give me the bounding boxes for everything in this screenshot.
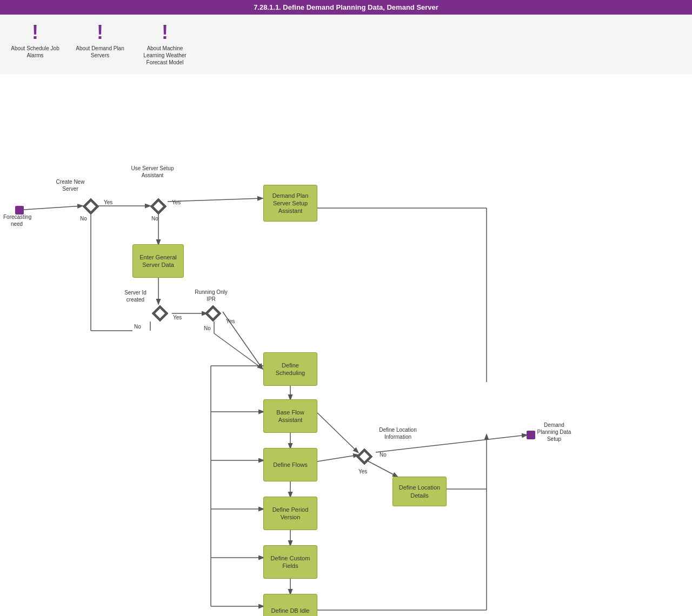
svg-line-22 [317,455,358,461]
svg-line-11 [214,333,262,369]
diamond-use-server-assistant [150,198,167,215]
running-only-ipr-label: Running Only IPR [194,289,229,303]
base-flow-assistant-box[interactable]: Base Flow Assistant [263,399,317,433]
create-server-label: Create New Server [54,178,86,192]
define-custom-fields-box[interactable]: Define Custom Fields [263,545,317,579]
top-icons-bar: ! About Schedule Job Alarms ! About Dema… [0,15,692,74]
server-id-label: Server Id created [118,289,153,303]
diamond-server-id [151,305,169,322]
d2-no-label: No [151,216,158,222]
demand-plan-icon: ! [97,23,103,42]
d1-no-label: No [80,216,87,222]
diamond-define-location-info [356,448,373,465]
d2-yes-label: Yes [172,199,181,205]
define-flows-box[interactable]: Define Flows [263,448,317,481]
define-db-idle-box[interactable]: Define DB Idle [263,594,317,616]
define-scheduling-box[interactable]: Define Scheduling [263,352,317,386]
define-period-version-box[interactable]: Define Period Version [263,497,317,530]
start-label: Forecasting need [3,213,30,227]
page-title: 7.28.1.1. Define Demand Planning Data, D… [254,3,438,11]
d3-no-label: No [134,324,141,330]
svg-line-2 [168,198,262,202]
d3-yes-label: Yes [173,314,182,320]
diamond-create-server [82,198,99,215]
schedule-alarms-icon: ! [32,23,38,42]
end-label: Demand Planning Data Setup [535,421,573,443]
schedule-alarms-label: About Schedule Job Alarms [11,45,59,59]
define-location-details-box[interactable]: Define Location Details [392,477,447,506]
demand-plan-label: About Demand Plan Servers [76,45,124,59]
diagram-area: Forecasting need Create New Server Yes N… [0,74,692,616]
machine-weather-icon: ! [162,23,168,42]
title-bar: 7.28.1.1. Define Demand Planning Data, D… [0,0,692,15]
end-node [527,431,535,439]
demand-plan-server-box[interactable]: Demand Plan Server Setup Assistant [263,185,317,222]
diagram-svg [0,74,692,616]
about-demand-plan-servers-item[interactable]: ! About Demand Plan Servers [76,23,124,66]
use-server-assistant-label: Use Server Setup Assistant [131,165,174,179]
about-schedule-job-alarms-item[interactable]: ! About Schedule Job Alarms [11,23,59,66]
d4-yes-label: Yes [226,318,235,324]
d5-yes-label: Yes [358,468,367,474]
enter-general-server-box[interactable]: Enter General Server Data [132,244,184,278]
d4-no-label: No [204,325,211,331]
svg-line-0 [24,206,82,210]
diamond-running-only-ipr [204,305,222,322]
d1-yes-label: Yes [104,199,112,205]
svg-line-21 [317,413,358,452]
machine-weather-label: About Machine Learning Weather Forecast … [141,45,189,66]
define-location-info-label: Define Location Information [376,426,420,440]
about-machine-weather-item[interactable]: ! About Machine Learning Weather Forecas… [141,23,189,66]
d5-no-label: No [380,452,387,458]
